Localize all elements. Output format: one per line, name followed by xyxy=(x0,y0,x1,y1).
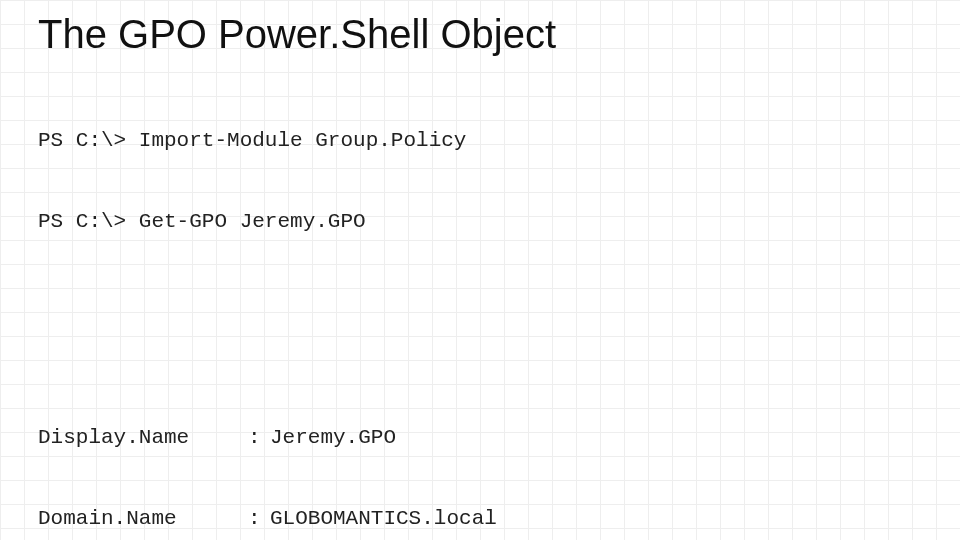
output-row: Display.Name:Jeremy.GPO xyxy=(38,424,922,451)
terminal-block: PS C:\> Import-Module Group.Policy PS C:… xyxy=(38,73,922,540)
output-key: Display.Name xyxy=(38,424,248,451)
output-colon: : xyxy=(248,424,270,451)
output-colon: : xyxy=(248,505,270,532)
blank-spacer xyxy=(38,289,922,343)
slide-title: The GPO Power.Shell Object xyxy=(38,12,922,57)
output-key: Domain.Name xyxy=(38,505,248,532)
prompt-line-2: PS C:\> Get-GPO Jeremy.GPO xyxy=(38,208,922,235)
prompt-line-1: PS C:\> Import-Module Group.Policy xyxy=(38,127,922,154)
output-value: GLOBOMANTICS.local xyxy=(270,505,497,532)
output-row: Domain.Name:GLOBOMANTICS.local xyxy=(38,505,922,532)
output-value: Jeremy.GPO xyxy=(270,424,396,451)
